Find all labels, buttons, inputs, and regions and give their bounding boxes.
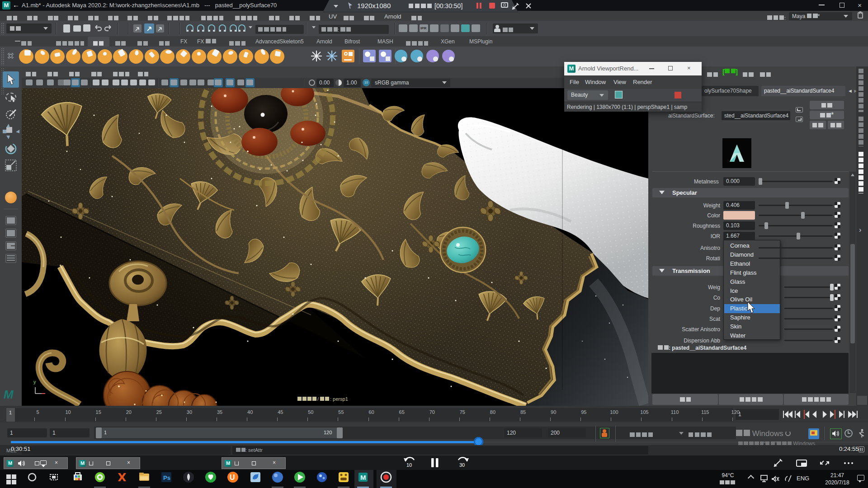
svg-text:30: 30 xyxy=(459,462,465,468)
svg-text:: persp1: : persp1 xyxy=(330,396,348,402)
svg-text:M: M xyxy=(360,474,366,481)
svg-text:10: 10 xyxy=(406,462,412,468)
svg-text:y: y xyxy=(33,379,36,385)
svg-text:Ps: Ps xyxy=(163,474,170,481)
svg-text:U: U xyxy=(230,474,235,481)
